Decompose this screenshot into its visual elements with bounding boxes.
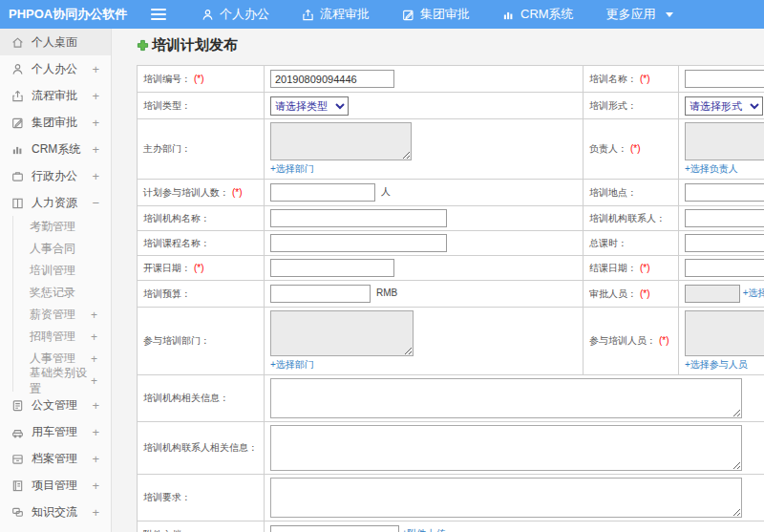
select-dept-link[interactable]: +选择部门 bbox=[270, 359, 314, 370]
label-train-type: 培训类型： bbox=[138, 93, 265, 119]
top-nav: 个人办公 流程审批 集团审批 CRM系统 更多应用 bbox=[185, 0, 690, 29]
required-marker: (*) bbox=[194, 263, 204, 273]
sidebar-subitem-hr-contract[interactable]: 人事合同 bbox=[13, 238, 111, 260]
form-row: 附件文档： +附件上传 bbox=[138, 521, 764, 532]
expand-plus-icon: + bbox=[92, 398, 101, 413]
sidebar-subitem-recruit-mgmt[interactable]: 招聘管理+ bbox=[13, 326, 111, 348]
nav-label: 流程审批 bbox=[320, 6, 370, 23]
app-window: PHPOA协同办公软件 个人办公 流程审批 集团审批 CRM系统 更多应用 bbox=[0, 0, 764, 532]
attachment-input[interactable] bbox=[270, 525, 399, 532]
sidebar-item-personal-office[interactable]: 个人办公 + bbox=[0, 55, 111, 82]
project-icon bbox=[11, 479, 24, 492]
form-row: 培训预算： RMB 审批人员：(*) +选择审批人员 bbox=[138, 281, 764, 308]
sidebar-item-personal-desktop[interactable]: 个人桌面 bbox=[0, 29, 111, 55]
sidebar-item-archive-mgmt[interactable]: 档案管理 + bbox=[0, 445, 111, 472]
brand-logo: PHPOA协同办公软件 bbox=[0, 6, 143, 23]
select-approver-link[interactable]: +选择审批人员 bbox=[743, 287, 764, 298]
top-nav-more-apps[interactable]: 更多应用 bbox=[590, 0, 690, 29]
sidebar-item-project-mgmt[interactable]: 项目管理 + bbox=[0, 472, 111, 499]
sidebar-subitem-base-category[interactable]: 基础类别设置+ bbox=[13, 370, 111, 392]
top-nav-crm-system[interactable]: CRM系统 bbox=[486, 0, 590, 29]
leader-textarea[interactable] bbox=[685, 122, 764, 160]
required-marker: (*) bbox=[640, 74, 650, 84]
host-dept-textarea[interactable] bbox=[270, 122, 412, 160]
part-dept-textarea[interactable] bbox=[270, 310, 414, 356]
expand-plus-icon: + bbox=[92, 452, 101, 466]
sidebar-subitem-reward-punish[interactable]: 奖惩记录 bbox=[13, 282, 111, 304]
sidebar-item-vehicle-mgmt[interactable]: 用车管理 + bbox=[0, 418, 111, 445]
budget-input[interactable] bbox=[270, 285, 371, 303]
sidebar-subitem-attendance[interactable]: 考勤管理 bbox=[13, 216, 111, 238]
requirements-textarea[interactable] bbox=[270, 478, 742, 518]
sidebar-item-workflow-approval[interactable]: 流程审批 + bbox=[0, 82, 111, 109]
train-no-input[interactable] bbox=[270, 70, 394, 88]
label-approver: 审批人员：(*) bbox=[584, 281, 679, 308]
select-dept-link[interactable]: +选择部门 bbox=[270, 163, 314, 174]
total-hours-input[interactable] bbox=[685, 234, 764, 252]
nav-label: 更多应用 bbox=[606, 6, 656, 23]
label-host-dept: 主办部门： bbox=[138, 119, 265, 180]
flow-icon bbox=[302, 9, 314, 21]
form-row: 培训要求： bbox=[138, 475, 764, 521]
sidebar-item-group-approval[interactable]: 集团审批 + bbox=[0, 109, 111, 136]
archive-icon bbox=[11, 453, 24, 465]
sidebar-item-label: 用车管理 bbox=[32, 424, 77, 440]
sidebar-item-label: 个人办公 bbox=[32, 61, 77, 77]
sidebar-item-admin-office[interactable]: 行政办公 + bbox=[0, 162, 111, 189]
planned-count-input[interactable] bbox=[270, 183, 375, 202]
page-title-text: 培训计划发布 bbox=[152, 36, 238, 54]
collapse-minus-icon: − bbox=[92, 196, 101, 210]
form-row: 培训课程名称： 总课时： bbox=[138, 231, 764, 256]
train-type-select[interactable]: 请选择类型 bbox=[270, 96, 349, 116]
org-info-textarea[interactable] bbox=[270, 378, 742, 418]
form-row: 培训机构相关信息： bbox=[138, 375, 764, 422]
chat-icon bbox=[11, 506, 24, 519]
org-contact-input[interactable] bbox=[685, 209, 764, 227]
label-start-date: 开课日期：(*) bbox=[138, 256, 265, 281]
label-leader: 负责人：(*) bbox=[584, 119, 679, 180]
sidebar-item-knowledge-exchange[interactable]: 知识交流 + bbox=[0, 499, 111, 525]
attachment-upload-link[interactable]: +附件上传 bbox=[402, 528, 446, 532]
part-people-textarea[interactable] bbox=[685, 310, 764, 356]
top-nav-personal-office[interactable]: 个人办公 bbox=[185, 0, 286, 29]
subitem-label: 培训管理 bbox=[30, 263, 75, 279]
end-date-input[interactable] bbox=[685, 259, 764, 277]
train-name-input[interactable] bbox=[685, 70, 764, 88]
sidebar-item-label: 个人桌面 bbox=[32, 34, 77, 51]
course-name-input[interactable] bbox=[270, 234, 447, 252]
select-participants-link[interactable]: +选择参与人员 bbox=[685, 359, 748, 370]
sidebar-item-label: 集团审批 bbox=[32, 115, 77, 131]
expand-plus-icon: + bbox=[92, 169, 101, 183]
subitem-label: 考勤管理 bbox=[30, 219, 75, 235]
start-date-input[interactable] bbox=[270, 259, 394, 277]
location-input[interactable] bbox=[685, 183, 764, 202]
sidebar-subitem-salary-mgmt[interactable]: 薪资管理+ bbox=[13, 304, 111, 326]
person-icon bbox=[202, 9, 214, 21]
sidebar-item-human-resources[interactable]: 人力资源 − bbox=[0, 189, 111, 216]
sidebar-item-crm-system[interactable]: CRM系统 + bbox=[0, 136, 111, 162]
required-marker: (*) bbox=[630, 143, 641, 154]
train-form-select[interactable]: 请选择形式 bbox=[685, 96, 763, 116]
expand-plus-icon: + bbox=[91, 374, 99, 388]
sidebar-item-label: 流程审批 bbox=[32, 88, 77, 104]
label-budget: 培训预算： bbox=[138, 281, 265, 308]
org-contact-info-textarea[interactable] bbox=[270, 425, 742, 471]
sidebar-subitem-training-mgmt[interactable]: 培训管理 bbox=[13, 260, 111, 282]
approver-input[interactable] bbox=[685, 285, 740, 303]
sidebar-item-label: 档案管理 bbox=[32, 451, 77, 467]
org-name-input[interactable] bbox=[270, 209, 447, 227]
expand-plus-icon: + bbox=[92, 479, 101, 493]
book-icon bbox=[11, 197, 24, 209]
expand-plus-icon: + bbox=[91, 352, 99, 366]
select-leader-link[interactable]: +选择负责人 bbox=[685, 163, 738, 174]
label-org-name: 培训机构名称： bbox=[138, 206, 265, 231]
required-marker: (*) bbox=[640, 263, 650, 273]
sidebar-item-label: 人力资源 bbox=[32, 195, 77, 211]
label-location: 培训地点： bbox=[584, 180, 679, 206]
flow-icon bbox=[11, 90, 24, 102]
label-org-contact: 培训机构联系人： bbox=[584, 206, 679, 231]
hamburger-menu-icon[interactable] bbox=[151, 9, 166, 20]
form-row: 培训编号：(*) 培训名称：(*) bbox=[138, 66, 764, 93]
top-nav-workflow-approval[interactable]: 流程审批 bbox=[286, 0, 386, 29]
top-nav-group-approval[interactable]: 集团审批 bbox=[386, 0, 486, 29]
